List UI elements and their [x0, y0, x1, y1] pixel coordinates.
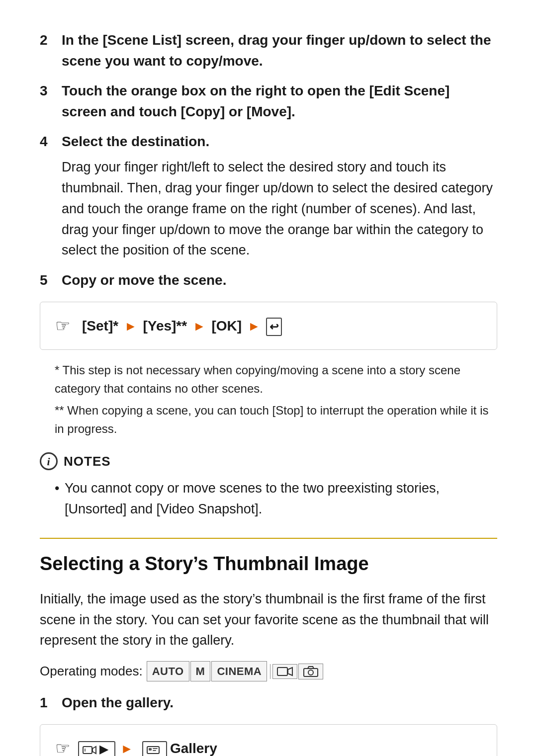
- mode-auto: AUTO: [147, 661, 189, 681]
- gallery-box-svg: [147, 745, 160, 755]
- svg-rect-8: [149, 748, 152, 751]
- back-button: ↩: [266, 318, 282, 334]
- gallery-text: Gallery: [170, 741, 217, 756]
- step-3: 3 Touch the orange box on the right to o…: [40, 81, 497, 122]
- step-box-2-content: ▶ ► Gallery: [78, 738, 217, 756]
- notes-header: i NOTES: [40, 452, 497, 471]
- section-intro: Initially, the image used as the story’s…: [40, 589, 497, 652]
- notes-header-text: NOTES: [64, 452, 111, 471]
- hand-pointer-icon-2: ☞: [55, 736, 70, 756]
- step-5-content: Copy or move the scene.: [62, 270, 497, 291]
- arrow-right-icon-4: ►: [120, 741, 133, 756]
- arrow-right-icon-3: ►: [248, 319, 261, 334]
- photo-camera-svg: [303, 666, 319, 677]
- section-heading: Selecting a Story’s Thumbnail Image: [40, 550, 497, 578]
- footnote-1-marker: *: [55, 363, 63, 377]
- step-4-number: 4: [40, 131, 54, 261]
- footnote-2: ** When copying a scene, you can touch […: [55, 401, 497, 438]
- notes-list: You cannot copy or move scenes to the tw…: [55, 478, 497, 520]
- step-2: 2 In the [Scene List] screen, drag your …: [40, 30, 497, 72]
- step-5: 5 Copy or move the scene.: [40, 270, 497, 291]
- mode-m: M: [190, 661, 211, 681]
- footnote-2-text: When copying a scene, you can touch [Sto…: [55, 404, 489, 435]
- step-5-number: 5: [40, 270, 54, 291]
- mode-icon-video: [272, 664, 297, 679]
- step-box-1-text: [Set]* ► [Yes]** ► [OK] ► ↩: [82, 316, 282, 336]
- svg-marker-5: [92, 747, 96, 754]
- step-4: 4 Select the destination. Drag your fing…: [40, 131, 497, 261]
- svg-point-3: [308, 670, 313, 675]
- operating-modes-label: Operating modes:: [40, 662, 143, 681]
- step-box-1: ☞ [Set]* ► [Yes]** ► [OK] ► ↩: [40, 302, 497, 350]
- step-4-content: Select the destination. Drag your finger…: [62, 131, 497, 261]
- mode-icon-photo: [298, 664, 323, 679]
- gallery-icon-svg: [83, 745, 96, 756]
- svg-marker-1: [288, 668, 292, 675]
- step-3-content: Touch the orange box on the right to ope…: [62, 81, 497, 122]
- footnote-1-text: This step is not necessary when copying/…: [55, 363, 460, 395]
- svg-rect-4: [83, 747, 92, 754]
- footnote-1: * This step is not necessary when copyin…: [55, 361, 497, 398]
- sub-step-1-number: 1: [40, 692, 54, 713]
- footnote-2-marker: **: [55, 404, 67, 417]
- gallery-button-icon: ▶: [78, 741, 115, 756]
- gallery-label: Gallery: [142, 741, 217, 756]
- arrow-right-icon-1: ►: [124, 319, 137, 334]
- video-record-svg: [277, 666, 293, 677]
- sub-step-1: 1 Open the gallery.: [40, 692, 497, 713]
- gallery-icon-box: [142, 741, 167, 756]
- section-divider: [40, 538, 497, 539]
- step-3-number: 3: [40, 81, 54, 122]
- svg-rect-10: [153, 750, 156, 751]
- sub-step-1-content: Open the gallery.: [62, 692, 497, 713]
- step-box-2: ☞ ▶ ► Gallery: [40, 724, 497, 756]
- mode-cinema: CINEMA: [211, 661, 267, 681]
- mode-divider: [270, 664, 270, 679]
- operating-modes: Operating modes: AUTO M CINEMA: [40, 661, 497, 681]
- info-circle-icon: i: [40, 452, 58, 470]
- notes-section: i NOTES You cannot copy or move scenes t…: [40, 452, 497, 520]
- step-2-content: In the [Scene List] screen, drag your fi…: [62, 30, 497, 72]
- arrow-right-icon-2: ►: [193, 319, 206, 334]
- hand-pointer-icon: ☞: [55, 313, 70, 338]
- svg-rect-0: [277, 668, 287, 675]
- step-2-number: 2: [40, 30, 54, 72]
- notes-bullet-1: You cannot copy or move scenes to the tw…: [55, 478, 497, 520]
- svg-rect-9: [153, 748, 158, 749]
- footnotes-section: * This step is not necessary when copyin…: [55, 361, 497, 438]
- step-4-subtext: Drag your finger right/left to select th…: [62, 157, 497, 261]
